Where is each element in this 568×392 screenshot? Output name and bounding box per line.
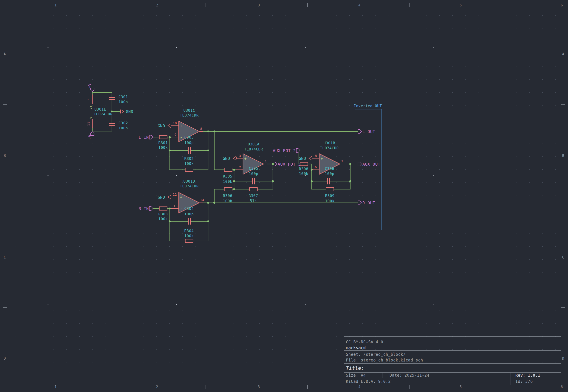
power-section[interactable]: +V -V 4 V+ V- 11 U301E TL074CDR C301 100… — [87, 84, 134, 139]
r-in-label: R IN — [138, 206, 149, 211]
resistor-body[interactable] — [185, 168, 193, 172]
l-in-label: L IN — [138, 135, 149, 140]
resistor-body[interactable] — [159, 207, 167, 210]
opamp-u301a[interactable]: U301A TL074CDR 3 2 1 + - GND — [223, 142, 267, 174]
capacitor-c301-icon[interactable] — [109, 98, 115, 99]
frame-col-ticks-top — [104, 3, 511, 7]
title-block-author: marksard — [346, 345, 366, 350]
frame-col-label: 3 — [258, 385, 260, 389]
wires[interactable] — [92, 92, 358, 241]
resistor-body[interactable] — [300, 162, 308, 166]
wire[interactable] — [214, 131, 224, 170]
wire[interactable] — [92, 126, 112, 131]
net-label-aux-pot-2[interactable]: AUX POT 2 — [273, 148, 300, 153]
title-block-app-version: KiCad E.D.A. 9.0.2 — [346, 379, 391, 384]
resistor-r304[interactable]: R304 100k — [184, 229, 194, 243]
c302-ref: C302 — [119, 121, 128, 125]
capacitor-c305[interactable]: C305 100p — [249, 166, 258, 184]
r307-value: 51k — [250, 199, 257, 203]
r302-ref: R302 — [184, 156, 194, 161]
capacitor-c303[interactable]: C303 100p — [184, 135, 194, 154]
frame-row-ticks-right — [561, 104, 565, 308]
wire[interactable] — [92, 92, 112, 97]
hier-label-icon — [358, 162, 361, 166]
resistor-r309[interactable]: R309 100k — [325, 188, 335, 203]
frame-row-label: B — [4, 154, 6, 158]
group-box-rect[interactable] — [355, 109, 382, 230]
net-label-l-in[interactable]: L IN — [138, 135, 153, 140]
c305-ref: C305 — [249, 166, 258, 171]
gnd-symbol-icon[interactable] — [233, 156, 236, 160]
frame-row-label: C — [4, 255, 6, 259]
resistor-r307[interactable]: R307 51k — [249, 188, 258, 203]
inverted-out-group[interactable]: Inverted OUT L OUT AUX OUT R OUT — [354, 104, 382, 230]
c301-ref: C301 — [119, 95, 128, 99]
r309-ref: R309 — [325, 194, 335, 198]
resistor-r306[interactable]: R306 100k — [223, 188, 232, 203]
resistor-r303[interactable]: R303 100k — [159, 207, 168, 221]
c302-value: 100n — [119, 126, 128, 130]
net-label-icon — [149, 135, 153, 139]
r308-ref: R308 — [299, 167, 308, 171]
r304-ref: R304 — [184, 229, 194, 233]
r303-value: 100k — [159, 217, 168, 221]
hier-label-icon — [358, 130, 361, 134]
resistor-body[interactable] — [159, 136, 167, 139]
gnd-symbol-icon[interactable] — [309, 156, 312, 160]
r306-ref: R306 — [223, 194, 232, 198]
net-label-icon — [296, 149, 300, 153]
c306-ref: C306 — [325, 167, 334, 171]
pin-number: 2 — [239, 165, 241, 169]
gnd-label: GND — [223, 156, 230, 161]
frame-row-label: A — [4, 52, 6, 56]
gnd-symbol-icon[interactable] — [120, 109, 124, 113]
resistor-r305[interactable]: R305 100k — [223, 168, 232, 184]
opamp-u301d[interactable]: U301D TL074CDR 12 13 14 + - GND — [158, 179, 204, 213]
schematic-canvas[interactable]: 1 2 3 4 5 6 1 2 3 4 5 6 A B C D A B C D … — [0, 0, 568, 392]
gnd-symbol-icon[interactable] — [168, 124, 171, 128]
capacitor-body[interactable] — [328, 178, 329, 184]
power-flag-vplus-icon[interactable] — [90, 88, 94, 92]
title-block[interactable]: CC BY-NC-SA 4.0 marksard Sheet: /stereo_… — [344, 336, 561, 385]
r302-value: 100k — [184, 161, 194, 166]
pin-number: 9 — [174, 133, 176, 137]
frame-col-ticks-bottom — [104, 385, 511, 389]
hier-label-icon — [358, 201, 361, 205]
c303-value: 100p — [184, 140, 194, 145]
aux-out-label[interactable]: AUX OUT — [362, 162, 380, 167]
pin-number: 3 — [239, 154, 241, 158]
l-out-label[interactable]: L OUT — [362, 129, 375, 134]
resistor-body[interactable] — [224, 168, 232, 172]
resistor-body[interactable] — [250, 188, 257, 191]
resistor-r301[interactable]: R301 100k — [159, 136, 168, 150]
opamp-u301c[interactable]: U301C TL074CDR 10 9 8 + - GND — [158, 108, 203, 142]
r307-ref: R307 — [249, 194, 258, 198]
net-label-aux-pot-3[interactable]: AUX POT 3 — [273, 162, 301, 167]
r303-ref: R303 — [159, 212, 168, 216]
title-block-rev: Rev: 1.0.1 — [515, 373, 540, 378]
plus-input-mark: + — [180, 124, 183, 128]
resistor-r308[interactable]: R308 100k — [299, 162, 308, 176]
capacitor-body[interactable] — [253, 178, 254, 184]
net-label-icon — [149, 207, 153, 210]
resistor-body[interactable] — [185, 239, 193, 243]
capacitor-c302-icon[interactable] — [109, 124, 115, 126]
frame-col-label: 6 — [561, 385, 563, 389]
gnd-symbol-icon[interactable] — [168, 195, 171, 199]
capacitor-body[interactable] — [188, 147, 190, 154]
r305-value: 100k — [223, 179, 232, 184]
capacitor-c306[interactable]: C306 100p — [325, 167, 334, 184]
pin-number: 8 — [200, 127, 202, 130]
net-label-r-in[interactable]: R IN — [138, 206, 153, 211]
capacitor-body[interactable] — [188, 218, 190, 224]
r-out-label[interactable]: R OUT — [362, 201, 375, 205]
sheet-frame: 1 2 3 4 5 6 1 2 3 4 5 6 A B C D A B C D — [3, 3, 565, 389]
resistor-body[interactable] — [224, 188, 232, 191]
frame-col-label: 1 — [54, 3, 57, 7]
capacitor-c304[interactable]: C304 100p — [184, 206, 194, 224]
pin-number: 7 — [341, 159, 343, 163]
aux-pot-2-label: AUX POT 2 — [273, 148, 296, 153]
resistor-r302[interactable]: R302 100k — [184, 156, 194, 172]
u301e-pin-name: V- — [89, 115, 92, 119]
resistor-body[interactable] — [326, 188, 334, 191]
